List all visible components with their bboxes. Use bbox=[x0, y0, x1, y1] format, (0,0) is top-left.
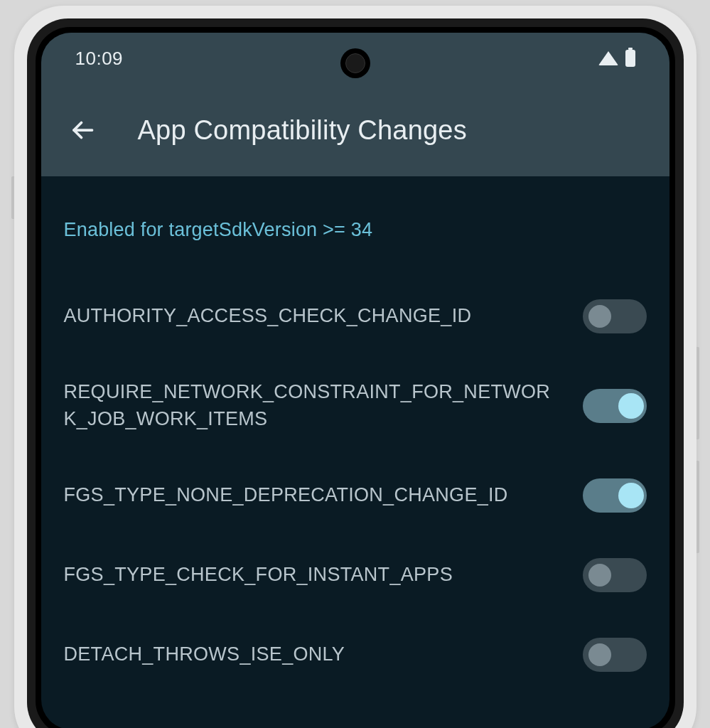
toggle-thumb bbox=[588, 305, 611, 328]
setting-row[interactable]: AUTHORITY_ACCESS_CHECK_CHANGE_ID bbox=[64, 277, 647, 356]
setting-row[interactable]: FGS_TYPE_NONE_DEPRECATION_CHANGE_ID bbox=[64, 456, 647, 535]
toggle-thumb bbox=[618, 483, 644, 508]
section-header: Enabled for targetSdkVersion >= 34 bbox=[64, 219, 647, 241]
toggle-switch[interactable] bbox=[583, 478, 647, 513]
status-icons bbox=[598, 50, 635, 67]
battery-icon bbox=[625, 50, 635, 67]
toggle-thumb bbox=[618, 393, 644, 419]
toggle-switch[interactable] bbox=[583, 389, 647, 423]
toggle-thumb bbox=[588, 564, 611, 587]
toggle-thumb bbox=[588, 643, 611, 666]
volume-button bbox=[11, 176, 14, 219]
side-button-2 bbox=[696, 461, 699, 553]
toggle-switch[interactable] bbox=[583, 299, 647, 333]
app-bar: App Compatibility Changes bbox=[41, 84, 669, 176]
setting-label: REQUIRE_NETWORK_CONSTRAINT_FOR_NETWORK_J… bbox=[64, 379, 583, 433]
wifi-icon bbox=[598, 51, 618, 65]
setting-label: AUTHORITY_ACCESS_CHECK_CHANGE_ID bbox=[64, 303, 583, 330]
settings-content[interactable]: Enabled for targetSdkVersion >= 34 AUTHO… bbox=[41, 176, 669, 695]
phone-frame: 10:09 App Compatibility Changes bbox=[14, 6, 696, 728]
setting-label: FGS_TYPE_NONE_DEPRECATION_CHANGE_ID bbox=[64, 482, 583, 509]
back-arrow-icon bbox=[70, 117, 95, 143]
status-time: 10:09 bbox=[75, 48, 124, 70]
setting-row[interactable]: FGS_TYPE_CHECK_FOR_INSTANT_APPS bbox=[64, 535, 647, 615]
page-title: App Compatibility Changes bbox=[138, 115, 467, 146]
setting-row[interactable]: REQUIRE_NETWORK_CONSTRAINT_FOR_NETWORK_J… bbox=[64, 356, 647, 456]
setting-label: FGS_TYPE_CHECK_FOR_INSTANT_APPS bbox=[64, 562, 583, 589]
side-button-1 bbox=[696, 347, 699, 439]
settings-list: AUTHORITY_ACCESS_CHECK_CHANGE_IDREQUIRE_… bbox=[64, 277, 647, 695]
camera-notch bbox=[340, 48, 370, 78]
setting-label: DETACH_THROWS_ISE_ONLY bbox=[64, 641, 583, 668]
device-screen: 10:09 App Compatibility Changes bbox=[41, 33, 669, 728]
setting-row[interactable]: DETACH_THROWS_ISE_ONLY bbox=[64, 615, 647, 695]
toggle-switch[interactable] bbox=[583, 638, 647, 672]
back-button[interactable] bbox=[63, 110, 102, 150]
toggle-switch[interactable] bbox=[583, 558, 647, 592]
